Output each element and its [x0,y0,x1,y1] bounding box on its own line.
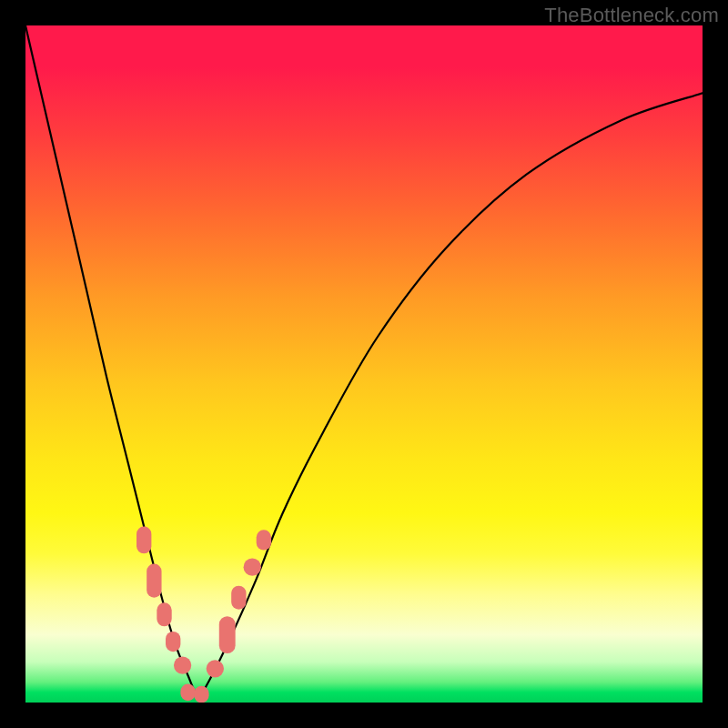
bottleneck-curve [25,25,703,696]
bottleneck-curve-svg [25,25,703,703]
bead-marker [231,586,246,610]
bead-marker [174,656,191,673]
bead-marker [157,602,171,626]
plot-area [25,25,703,703]
bead-marker [180,684,195,702]
bead-marker [244,559,261,576]
bead-marker [147,563,161,597]
bead-marker [166,632,180,652]
bead-marker [207,660,224,677]
bead-marker [194,686,208,703]
bead-marker [136,527,151,554]
bead-group [136,527,271,703]
bead-marker [257,530,271,550]
bead-marker [219,616,236,653]
watermark-text: TheBottleneck.com [544,4,719,27]
chart-frame: TheBottleneck.com [0,0,728,728]
